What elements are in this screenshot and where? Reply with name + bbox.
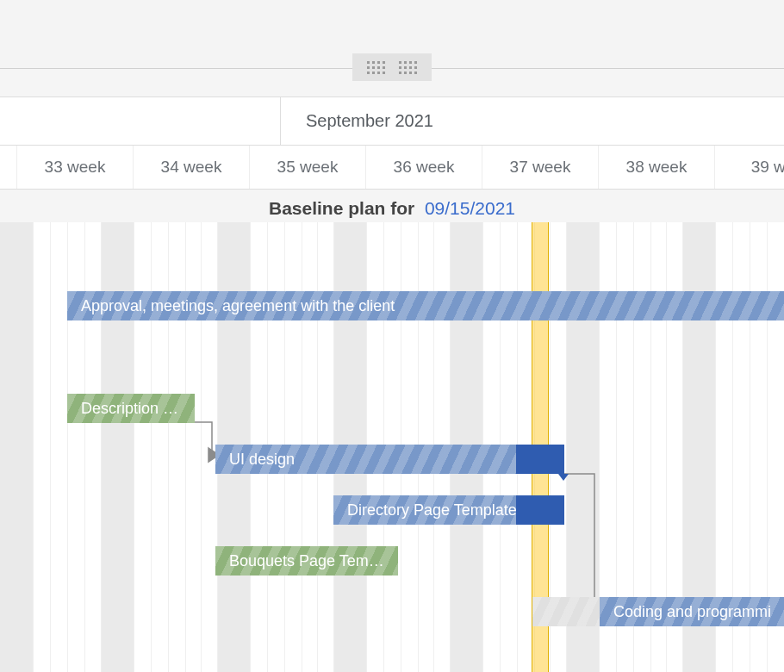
task-bouquets[interactable]: Bouquets Page Tem… xyxy=(215,546,398,576)
baseline-label: Baseline plan for xyxy=(269,198,414,218)
week-col-34[interactable]: 34 week xyxy=(134,146,250,189)
task-directory[interactable]: Directory Page Template xyxy=(333,495,564,525)
task-label: UI design xyxy=(229,451,295,469)
task-coding[interactable]: Coding and programmi xyxy=(600,597,784,626)
week-col-37[interactable]: 37 week xyxy=(482,146,599,189)
task-label: Approval, meetings, agreement with the c… xyxy=(81,297,395,315)
week-col-35[interactable]: 35 week xyxy=(250,146,366,189)
splitter-handle[interactable] xyxy=(352,53,432,81)
task-ui-flag xyxy=(558,474,569,481)
timeline-header: September 2021 33 week 34 week 35 week 3… xyxy=(0,96,784,190)
task-label: Directory Page Template xyxy=(347,501,517,520)
week-col-36[interactable]: 36 week xyxy=(366,146,482,189)
week-gutter xyxy=(0,146,17,189)
task-ui-design[interactable]: UI design xyxy=(215,445,564,474)
task-label: Bouquets Page Tem… xyxy=(229,552,384,570)
week-col-33[interactable]: 33 week xyxy=(17,146,134,189)
task-coding-baseline[interactable] xyxy=(532,597,600,626)
week-row: 33 week 34 week 35 week 36 week 37 week … xyxy=(0,146,784,189)
month-row: September 2021 xyxy=(0,97,784,146)
gantt-chart[interactable]: Approval, meetings, agreement with the c… xyxy=(0,222,784,672)
week-col-38[interactable]: 38 week xyxy=(599,146,715,189)
task-label: Description … xyxy=(81,400,178,418)
task-approval[interactable]: Approval, meetings, agreement with the c… xyxy=(67,291,784,320)
baseline-date[interactable]: 09/15/2021 xyxy=(425,198,515,218)
task-description[interactable]: Description … xyxy=(67,394,195,423)
baseline-caption: Baseline plan for 09/15/2021 xyxy=(0,198,784,219)
month-label: September 2021 xyxy=(306,111,433,131)
task-label: Coding and programmi xyxy=(613,603,771,621)
week-col-39[interactable]: 39 we xyxy=(715,146,784,189)
